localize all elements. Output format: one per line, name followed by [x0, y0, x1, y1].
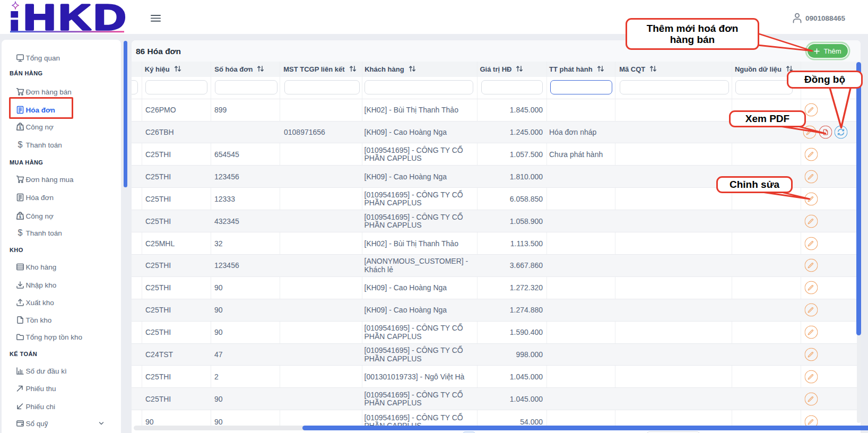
svg-text:$: $: [18, 229, 23, 238]
svg-text:$: $: [18, 141, 23, 150]
svg-text:$: $: [19, 126, 21, 130]
svg-text:$: $: [19, 214, 21, 219]
